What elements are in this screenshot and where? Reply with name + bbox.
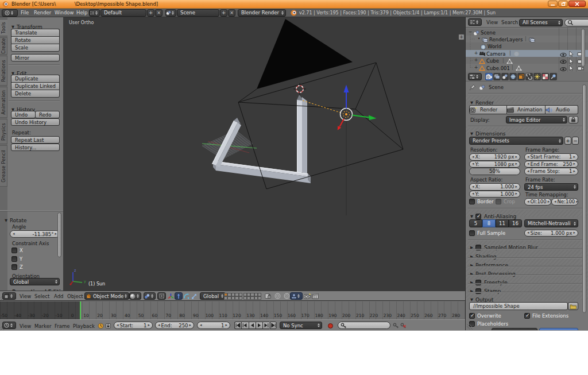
v3d-menu-object[interactable]: Object (67, 293, 83, 299)
shelf-tab-relations[interactable]: Relations (0, 56, 7, 86)
expander-plus-icon[interactable]: + (474, 65, 478, 70)
tl-menu-frame[interactable]: Frame (55, 323, 69, 329)
props-tab-object-data[interactable] (533, 73, 541, 80)
outliner-row-camera[interactable]: +Camera| (466, 50, 588, 57)
editor-type-3dview-button[interactable] (2, 292, 16, 300)
undo-button[interactable]: Undo (11, 111, 36, 118)
menu-render[interactable]: Render (34, 10, 51, 16)
panel-operator-rotate[interactable]: ▼Rotate (5, 214, 26, 225)
prev-keyframe-button[interactable] (241, 322, 248, 329)
outliner-search-field[interactable] (564, 19, 588, 26)
repeat-last-button[interactable]: Repeat Last (11, 136, 60, 144)
history-button[interactable]: History... (11, 144, 60, 151)
increment-icon[interactable]: ▸ (548, 200, 550, 204)
toolshelf-scrollbar[interactable] (57, 212, 61, 257)
aa-size-field[interactable]: ◂Size:1.000 px▸ (524, 230, 578, 237)
play-reverse-button[interactable] (249, 322, 256, 329)
file-extensions-checkbox[interactable]: File Extensions (524, 313, 568, 319)
v3d-menu-select[interactable]: Select (34, 293, 49, 299)
decrement-icon[interactable]: ◂ (527, 200, 529, 204)
undo-history-button[interactable]: Undo History (11, 118, 60, 126)
full-sample-checkbox[interactable]: Full Sample (469, 230, 505, 236)
lock-interface-button[interactable] (568, 116, 578, 123)
placeholders-checkbox[interactable]: Placeholders (469, 321, 508, 327)
increment-icon[interactable]: ▸ (573, 169, 575, 173)
pin-icon[interactable] (469, 84, 476, 91)
constraint-axis-x[interactable]: X (11, 248, 23, 253)
resolution-percentage-slider[interactable]: 50% (469, 168, 520, 175)
panel-checkbox[interactable] (475, 214, 481, 219)
snap-toggle[interactable] (283, 292, 291, 300)
visibility-toggle[interactable] (560, 65, 567, 72)
insert-keyframe-button[interactable] (392, 322, 399, 330)
menu-help[interactable]: Help (76, 10, 87, 16)
viewport-shading-select[interactable] (129, 292, 141, 300)
decrement-icon[interactable]: ◂ (554, 200, 556, 204)
scale-manipulator-button[interactable] (190, 292, 198, 300)
aspect-y-field[interactable]: ◂Y:1.000▸ (469, 191, 520, 198)
rotate-manipulator-button[interactable] (183, 292, 190, 300)
delete-scene-button[interactable]: × (228, 9, 235, 17)
aa-samples-16[interactable]: 16 (509, 219, 522, 227)
outliner-scrollbar[interactable] (581, 29, 585, 67)
shelf-tab-animation[interactable]: Animation (0, 87, 7, 118)
browse-output-button[interactable] (568, 302, 578, 310)
props-tab-physics[interactable] (550, 73, 557, 80)
render-button[interactable]: Render (469, 105, 507, 114)
checkbox-icon[interactable] (11, 256, 17, 262)
remove-preset-button[interactable]: − (572, 137, 579, 145)
checkbox-icon[interactable] (496, 199, 501, 204)
props-tab-render[interactable] (485, 73, 493, 80)
render-presets-select[interactable]: Render Presets (469, 137, 563, 145)
checkbox-icon[interactable] (469, 199, 475, 204)
frame-step-field[interactable]: ◂Frame Step:1▸ (524, 168, 578, 175)
checkbox-icon[interactable] (11, 248, 17, 253)
checkbox-icon[interactable] (11, 264, 17, 270)
orientation-select[interactable]: Global (10, 278, 60, 285)
outliner-menu-search[interactable]: Search (501, 20, 518, 25)
outliner-menu-view[interactable]: View (486, 20, 498, 25)
increment-icon[interactable]: ▸ (573, 231, 575, 235)
props-tab-object[interactable] (517, 73, 525, 80)
timeline-canvas[interactable]: -50-40-30-20-100102030405060708090100110… (0, 300, 465, 319)
crop-checkbox[interactable]: Crop (496, 199, 515, 204)
cursor-3d[interactable] (294, 83, 306, 95)
props-tab-constraints[interactable] (525, 73, 533, 80)
add-preset-button[interactable]: + (564, 137, 571, 145)
3d-canvas[interactable]: zyUser Ortho(1) Sun+ (63, 17, 465, 291)
outliner-filter-select[interactable]: All Scenes (519, 19, 563, 26)
selectability-toggle[interactable] (568, 65, 574, 72)
props-tab-world[interactable] (509, 73, 517, 80)
increment-icon[interactable]: ▸ (189, 323, 191, 327)
layer-cell[interactable] (258, 296, 261, 300)
v3d-menu-add[interactable]: Add (54, 293, 63, 299)
increment-icon[interactable]: ▸ (573, 155, 575, 159)
mirror-button[interactable]: Mirror (11, 54, 60, 61)
aa-samples-8[interactable]: 8 (482, 219, 496, 227)
lock-time-button[interactable] (105, 322, 112, 330)
jump-to-start-button[interactable] (234, 322, 241, 329)
increment-icon[interactable]: ▸ (225, 323, 227, 327)
add-scene-button[interactable]: + (220, 9, 227, 17)
manipulator-z-arrow[interactable] (344, 85, 349, 109)
props-tab-texture[interactable] (541, 73, 549, 80)
decrement-icon[interactable]: ◂ (527, 155, 529, 159)
decrement-icon[interactable]: ◂ (472, 162, 474, 166)
sync-select[interactable]: No Sync (280, 322, 322, 329)
increment-icon[interactable]: ▸ (148, 323, 150, 327)
editor-type-button[interactable] (2, 9, 18, 17)
props-tab-render-layers[interactable] (493, 73, 501, 80)
increment-icon[interactable]: ▸ (515, 192, 517, 196)
checkbox-icon[interactable] (524, 313, 530, 319)
decrement-icon[interactable]: ◂ (527, 169, 529, 173)
constraint-axis-y[interactable]: Y (11, 256, 22, 262)
overwrite-checkbox[interactable]: Overwrite (469, 313, 501, 319)
decrement-icon[interactable]: ◂ (472, 185, 474, 189)
render-engine-select[interactable]: Blender Render (238, 9, 286, 17)
menu-file[interactable]: File (21, 10, 29, 16)
delete-button[interactable]: Delete (11, 90, 60, 98)
jump-to-end-button[interactable] (270, 322, 277, 329)
resolution-x-field[interactable]: ◂X:1920 px▸ (469, 153, 520, 161)
scale-button[interactable]: Scale (11, 44, 60, 52)
remap-old-field[interactable]: ◂Ol:100▸ (524, 198, 551, 206)
